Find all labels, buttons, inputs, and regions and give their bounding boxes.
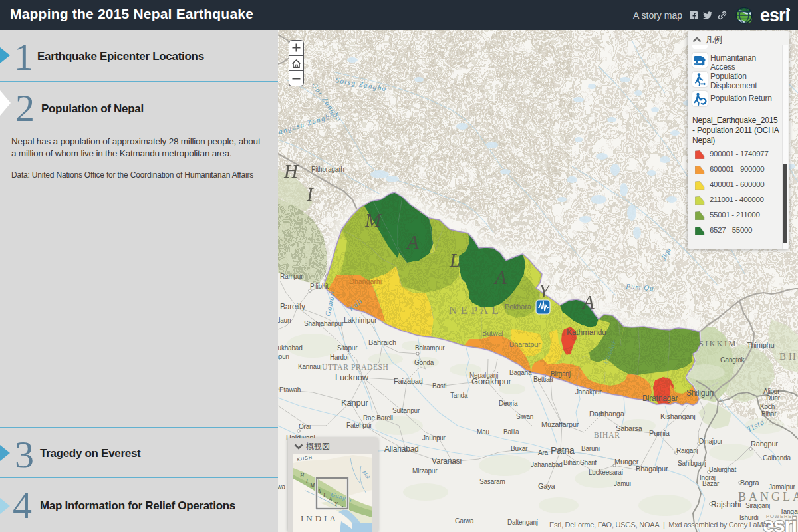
svg-text:Farrukhabad: Farrukhabad (278, 344, 303, 352)
svg-text:H: H (299, 472, 305, 479)
svg-text:Bareilly: Bareilly (280, 302, 305, 311)
svg-text:Pilibhit: Pilibhit (310, 283, 329, 290)
svg-text:Hardoi: Hardoi (330, 354, 348, 361)
svg-text:Gonda: Gonda (414, 359, 434, 366)
svg-text:Bahraich: Bahraich (368, 338, 396, 346)
svg-text:Pithoragarh: Pithoragarh (311, 166, 344, 173)
svg-text:Bharatpur: Bharatpur (509, 340, 541, 348)
svg-text:Gaya: Gaya (538, 482, 556, 490)
svg-text:Muzaffarpur: Muzaffarpur (541, 420, 579, 428)
svg-text:Kannauj: Kannauj (298, 363, 321, 370)
svg-text:Fatehpur: Fatehpur (346, 422, 372, 429)
svg-text:Bihar: Bihar (761, 410, 777, 418)
svg-text:Raiganj: Raiganj (676, 447, 698, 454)
svg-text:Mainpuri: Mainpuri (278, 353, 289, 360)
svg-text:Buxar: Buxar (511, 445, 528, 452)
svg-text:Lakhimpur: Lakhimpur (344, 316, 377, 324)
svg-text:Kanpur: Kanpur (341, 398, 369, 408)
svg-text:Orai: Orai (299, 423, 311, 430)
svg-text:Varanasi: Varanasi (432, 456, 462, 466)
svg-text:Butwal: Butwal (482, 329, 503, 337)
svg-text:A: A (406, 231, 419, 253)
svg-text:I: I (306, 184, 314, 205)
svg-text:Ara: Ara (538, 449, 549, 456)
svg-text:L: L (449, 249, 460, 271)
svg-text:BANGLADESH: BANGLADESH (738, 490, 798, 503)
svg-text:M: M (309, 482, 315, 489)
svg-text:Bhagalpur: Bhagalpur (636, 465, 668, 473)
svg-text:Darbhanga: Darbhanga (589, 410, 625, 418)
svg-text:UTTAR PRADESH: UTTAR PRADESH (322, 363, 389, 371)
svg-text:L: L (323, 492, 327, 499)
svg-text:Rajshahi: Rajshahi (711, 500, 741, 509)
svg-text:Bagaha: Bagaha (509, 369, 532, 376)
svg-text:Purnia: Purnia (649, 429, 670, 437)
svg-text:Birganj: Birganj (551, 370, 571, 378)
svg-text:esri: esri (760, 5, 789, 25)
svg-text:Balrampur: Balrampur (415, 344, 445, 352)
svg-text:Basti: Basti (432, 382, 446, 390)
svg-text:H: H (283, 160, 299, 182)
svg-text:Etawah: Etawah (279, 386, 301, 394)
svg-text:Sasaram: Sasaram (479, 478, 505, 485)
svg-text:NEPAL: NEPAL (449, 304, 503, 317)
svg-text:Shahjahanpur: Shahjahanpur (304, 320, 344, 327)
svg-text:Rae Bareli: Rae Bareli (363, 414, 393, 422)
svg-text:Bazar: Bazar (702, 480, 720, 487)
svg-text:A: A (493, 267, 507, 288)
svg-text:Koch: Koch (760, 403, 775, 410)
svg-text:A: A (581, 291, 595, 313)
svg-text:Rangpur: Rangpur (751, 440, 778, 448)
svg-text:Baruni: Baruni (581, 445, 600, 452)
svg-text:Luckeesarai: Luckeesarai (589, 469, 623, 476)
svg-text:Patna: Patna (551, 445, 575, 456)
svg-text:Biratnagar: Biratnagar (642, 394, 678, 403)
svg-text:Gangtok: Gangtok (720, 356, 745, 364)
svg-text:Balurghat: Balurghat (709, 466, 736, 473)
svg-text:Duar: Duar (766, 394, 781, 402)
svg-text:Garwa: Garwa (455, 517, 474, 525)
svg-text:Budaun: Budaun (278, 317, 291, 324)
svg-text:Daltenganj: Daltenganj (507, 519, 538, 526)
svg-text:Ballia: Ballia (503, 428, 519, 436)
svg-text:Dinajpur: Dinajpur (699, 438, 724, 445)
svg-text:Faizabad: Faizabad (394, 377, 423, 385)
svg-text:Sitapur: Sitapur (337, 344, 358, 352)
svg-text:Dhangarhi: Dhangarhi (349, 277, 382, 285)
svg-text:BHUTAN: BHUTAN (779, 351, 798, 362)
svg-text:BIHAR: BIHAR (594, 431, 620, 439)
svg-text:Shiliguri: Shiliguri (686, 388, 714, 398)
svg-text:Sahibganj: Sahibganj (678, 460, 706, 467)
svg-text:Jahanabad: Jahanabad (531, 461, 563, 468)
svg-text:Pokhara: Pokhara (505, 303, 532, 311)
svg-text:Tanda: Tanda (450, 392, 468, 399)
svg-text:Kathmandu: Kathmandu (567, 328, 606, 337)
svg-text:Rewa: Rewa (278, 483, 285, 491)
svg-text:Siwan: Siwan (516, 413, 533, 420)
svg-text:Thimphu: Thimphu (747, 341, 774, 349)
svg-text:Bihar Sharif: Bihar Sharif (563, 459, 597, 466)
svg-text:Lucknow: Lucknow (335, 372, 369, 382)
svg-text:Kishanganj: Kishanganj (660, 412, 695, 420)
svg-text:Janakpur: Janakpur (575, 388, 602, 396)
svg-text:Mau: Mau (477, 428, 489, 436)
svg-text:Bogra: Bogra (740, 479, 759, 487)
svg-text:Deoria: Deoria (499, 400, 518, 407)
svg-text:Rampur: Rampur (280, 273, 303, 280)
svg-text:Nepalganj: Nepalganj (469, 372, 498, 379)
svg-text:Allahabad: Allahabad (384, 444, 419, 454)
svg-text:Mirzapur: Mirzapur (412, 467, 438, 475)
svg-text:Jamui: Jamui (614, 480, 631, 487)
svg-text:M: M (364, 209, 382, 231)
svg-text:INDIA: INDIA (301, 513, 338, 523)
svg-text:A: A (328, 496, 332, 503)
svg-text:SIKKIM: SIKKIM (699, 339, 737, 348)
svg-text:Jaunpur: Jaunpur (422, 434, 446, 442)
svg-text:Sultanpur: Sultanpur (392, 407, 420, 414)
svg-text:Gaibanda: Gaibanda (763, 454, 791, 462)
